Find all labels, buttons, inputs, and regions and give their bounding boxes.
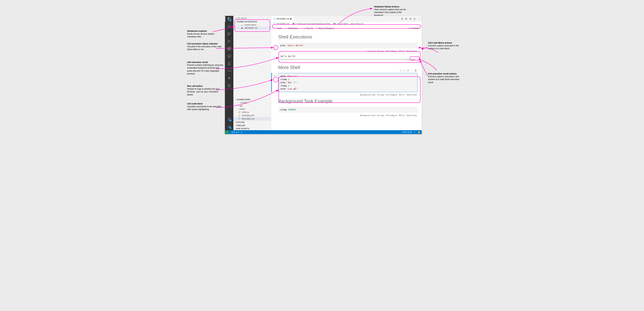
tree-file-readme-notebook[interactable]: ▶README.md xyxy=(234,26,271,30)
tab-bar: ⓘ README.md ⚙ M↓ S ◫ ··· xyxy=(271,16,422,22)
copy-button[interactable]: ⧉ Copy xyxy=(377,50,384,52)
tree-file-index[interactable]: JSindex.js xyxy=(234,111,271,114)
notifications-icon[interactable]: 🔔 xyxy=(418,131,420,133)
section-npm-scripts[interactable]: ›NPM SCRIPTS xyxy=(234,127,271,130)
cell-footer: Background Task ⧉ Copy ⚙ Configure ⌘ CLI… xyxy=(278,93,418,96)
cell-footer: Background Task ⧉ Copy ⚙ Configure ⌘ CLI… xyxy=(278,114,418,117)
tree-file-package[interactable]: {}package.json xyxy=(234,114,271,117)
status-bar: ⟲ ⓧ 0 ⚠ 0 ⎋ Cell 8 of 46 ⚐ 🔔 xyxy=(225,130,422,134)
remote-indicator[interactable]: ⟲ xyxy=(225,130,229,134)
output-collapse-icon[interactable]: ··· xyxy=(272,48,274,51)
tree-folder-vscode[interactable]: ›.vscode xyxy=(234,101,271,104)
anno-status: Cell execution status indicator Visualiz… xyxy=(187,42,223,51)
heading-more-shell: More Shell xyxy=(278,65,418,70)
cell-position[interactable]: Cell 8 of 46 xyxy=(402,131,412,133)
section-runme-demo[interactable]: ⌄RUNME-DEMO xyxy=(234,98,271,101)
s-icon[interactable]: S xyxy=(410,17,411,20)
anno-result: Cell execution result Prevent context sw… xyxy=(187,61,223,75)
run-debug-icon[interactable] xyxy=(227,39,231,43)
cli-button[interactable]: ⌘ CLI xyxy=(399,114,405,117)
activity-bar: 1 <T> S ··· 2 1 xyxy=(225,16,234,130)
more-icon[interactable]: ··· xyxy=(336,27,340,30)
copy-button[interactable]: ⧉ Copy xyxy=(377,114,384,117)
active-cell-indicator xyxy=(271,73,272,92)
anno-resultactions: Cell execution result actions Common opt… xyxy=(428,72,460,84)
tree-file-readme[interactable]: ⓘREADME.md xyxy=(234,117,271,121)
copy-button[interactable]: ⧉ Copy xyxy=(377,93,384,96)
svg-rect-4 xyxy=(228,47,229,48)
text-icon[interactable]: <T> xyxy=(227,69,231,73)
source-control-icon[interactable] xyxy=(227,32,231,36)
shell-script-label[interactable]: Shell Script xyxy=(406,93,417,96)
testing-icon[interactable] xyxy=(227,61,231,66)
svg-point-10 xyxy=(228,118,230,119)
explorer-badge: 1 xyxy=(229,19,232,21)
clear-outputs-button[interactable]: ≡ Clear All Outputs xyxy=(315,27,336,30)
output-scrollbar[interactable] xyxy=(280,59,415,60)
vscode-window: 1 <T> S ··· 2 1 EXPLORER··· ⌄RUNME NOTEB… xyxy=(225,16,422,134)
svg-rect-7 xyxy=(230,47,231,48)
section-outline[interactable]: ›OUTLINE xyxy=(234,121,271,124)
cell-top-actions: ▷ ▷ ⊟ ··· 🗑 xyxy=(400,69,417,72)
explorer-icon[interactable]: 1 xyxy=(227,17,231,21)
code-block[interactable]: echo "Hello World!" xyxy=(278,42,418,48)
settings-icon[interactable]: 1 xyxy=(227,125,231,129)
search-icon[interactable] xyxy=(227,24,231,28)
terminal-button[interactable]: ▸ Terminal xyxy=(366,50,376,52)
code-block-active[interactable]: echo "Foo 👀" sleep 2 echo "Bar 🕺" sleep … xyxy=(278,73,418,92)
configure-button[interactable]: ⚙ Configure xyxy=(386,50,397,52)
notebook-content[interactable]: Shell Executions echo "Hello World!" ✓ ·… xyxy=(271,31,422,130)
tree-folder-runme-demo[interactable]: ⌄▬runme-demo xyxy=(234,23,271,26)
run-by-line-icon[interactable]: ▷ xyxy=(400,69,402,72)
configure-button[interactable]: ⚙ Configure xyxy=(386,114,397,117)
add-markdown-button[interactable]: ＋ Markdown xyxy=(284,26,300,30)
background-task-button[interactable]: Background Task xyxy=(360,93,376,96)
run-all-button[interactable]: ▷ Run All xyxy=(302,27,314,30)
sidebar-header: EXPLORER··· xyxy=(234,16,271,20)
markdown-icon: M↓ xyxy=(292,23,296,25)
tree-folder-public[interactable]: ›public xyxy=(234,107,271,111)
breadcrumb[interactable]: ⓘ README.md› M↓Extension Example Markdow… xyxy=(271,22,422,26)
editor: ⓘ README.md ⚙ M↓ S ◫ ··· ⓘ README.md› M↓… xyxy=(271,16,422,130)
account-icon[interactable]: 2 xyxy=(227,117,231,121)
run-cell-button[interactable]: ▷ xyxy=(272,73,277,78)
cli-button[interactable]: ⌘ CLI xyxy=(399,93,405,96)
shell-script-label[interactable]: Shell Script xyxy=(406,114,417,117)
cell-1: echo "Hello World!" ✓ ··· ▸ Terminal ⧉ C… xyxy=(278,42,418,63)
heading-shell-executions: Shell Executions xyxy=(278,34,418,40)
problems-indicator[interactable]: ⓧ 0 ⚠ 0 xyxy=(232,131,239,134)
execute-above-icon[interactable]: ▷ xyxy=(404,69,405,72)
code-block[interactable]: sleep 100000 xyxy=(278,107,418,113)
add-code-button[interactable]: ＋ Code xyxy=(272,26,283,30)
ports-icon[interactable]: ⎋ xyxy=(241,131,242,133)
kernel-selector[interactable]: ♆ RUNME xyxy=(407,27,420,30)
section-timeline[interactable]: ›TIMELINE xyxy=(234,124,271,127)
heading-bg-task: Background Task Example xyxy=(278,98,418,104)
configure-button[interactable]: ⚙ Configure xyxy=(386,93,397,96)
gear-icon[interactable]: ⚙ xyxy=(401,17,403,20)
tree-folder-api[interactable]: ›api xyxy=(234,104,271,107)
output-copy-button[interactable]: ⧉ Copy xyxy=(406,58,416,61)
split-editor-icon[interactable]: ◫ xyxy=(414,17,416,20)
more-icon[interactable]: ··· xyxy=(418,17,420,20)
json-file-icon: {} xyxy=(238,114,241,117)
sidebar-more-icon[interactable]: ··· xyxy=(267,17,269,19)
background-task-button[interactable]: Background Task xyxy=(360,114,376,117)
svg-rect-5 xyxy=(228,49,229,50)
more-icon[interactable]: ··· xyxy=(227,91,231,95)
svg-rect-8 xyxy=(228,55,231,57)
output-text: Hello World! xyxy=(280,55,296,57)
markdown-icon[interactable]: M↓ xyxy=(405,18,408,20)
timer-icon[interactable] xyxy=(227,84,231,88)
feedback-icon[interactable]: ⚐ xyxy=(414,131,416,133)
split-cell-icon[interactable]: ⊟ xyxy=(407,69,409,72)
cli-button[interactable]: ⌘ CLI xyxy=(399,50,405,52)
remote-explorer-icon[interactable] xyxy=(227,54,231,58)
delete-cell-icon[interactable]: 🗑 xyxy=(414,69,417,72)
more-icon[interactable]: ··· xyxy=(411,69,413,72)
shell-script-label[interactable]: Shell Script xyxy=(406,50,417,52)
runme-s-icon[interactable]: S xyxy=(227,76,231,80)
tab-readme[interactable]: ⓘ README.md xyxy=(271,16,294,22)
section-runme-notebooks[interactable]: ⌄RUNME NOTEBOOKS xyxy=(234,20,271,23)
extensions-icon[interactable] xyxy=(227,46,231,51)
